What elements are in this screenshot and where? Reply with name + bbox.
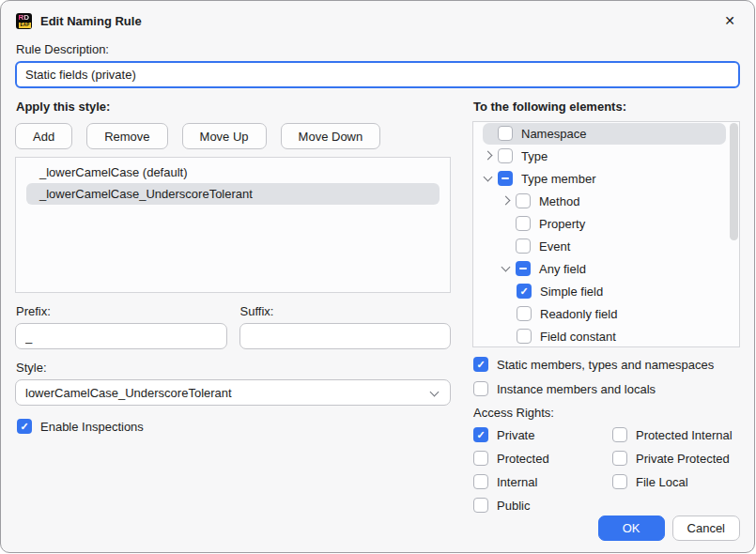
ok-button[interactable]: OK [598,516,665,541]
rule-description-section: Rule Description: [1,42,754,88]
checkbox-unchecked-icon[interactable] [498,126,513,141]
window-title: Edit Naming Rule [40,14,142,28]
prefix-input[interactable] [15,323,227,349]
move-down-button[interactable]: Move Down [281,123,381,149]
chevron-down-icon[interactable] [499,261,514,276]
private-protected-checkbox[interactable]: Private Protected [612,451,740,466]
elements-column: To the following elements: Namespace Typ… [472,88,740,513]
checkbox-unchecked-icon[interactable] [612,474,627,489]
access-rights-grid: Private Protected Internal Protected Pri… [473,427,740,513]
file-local-checkbox[interactable]: File Local [612,474,740,489]
tree-row-property[interactable]: Property [473,212,739,235]
static-members-checkbox[interactable]: Static members, types and namespaces [473,357,740,372]
instance-members-checkbox[interactable]: Instance members and locals [473,381,740,396]
checkbox-indeterminate-icon[interactable] [498,171,513,186]
main-content: Apply this style: Add Remove Move Up Mov… [1,88,754,513]
checkbox-unchecked-icon[interactable] [516,193,531,208]
tree-row-namespace[interactable]: Namespace [473,122,739,145]
checkbox-unchecked-icon[interactable] [473,451,488,466]
tree-node-label: Type [521,149,548,163]
tree-node-label: Property [539,217,585,231]
prefix-field: Prefix: [15,304,227,349]
checkbox-unchecked-icon[interactable] [473,381,488,396]
scope-checkboxes: Static members, types and namespaces Ins… [473,357,740,396]
access-option-label: Private Protected [636,452,730,466]
chevron-placeholder [481,126,496,141]
access-option-label: File Local [636,475,688,489]
checkbox-unchecked-icon[interactable] [516,239,531,254]
checkbox-unchecked-icon[interactable] [517,306,532,321]
chevron-placeholder [499,239,514,254]
protected-internal-checkbox[interactable]: Protected Internal [612,427,740,442]
style-column: Apply this style: Add Remove Move Up Mov… [15,88,451,513]
checkbox-unchecked-icon[interactable] [516,216,531,231]
checkbox-checked-icon[interactable] [517,284,532,299]
remove-button[interactable]: Remove [86,123,167,149]
tree-row-field-constant[interactable]: Field constant [473,325,739,347]
access-option-label: Private [497,428,534,442]
rider-icon-text: RD [19,14,30,22]
suffix-field: Suffix: [239,304,452,349]
tree-row-type-member[interactable]: Type member [473,167,739,190]
tree-node-label: Field constant [540,330,616,344]
chevron-right-icon[interactable] [499,193,514,208]
cancel-button[interactable]: Cancel [672,516,740,541]
prefix-suffix-row: Prefix: Suffix: [15,304,451,349]
access-rights-label: Access Rights: [473,406,740,420]
chevron-down-icon[interactable] [481,171,496,186]
tree-row-type[interactable]: Type [473,145,739,167]
tree-node-label: Simple field [540,285,603,299]
access-option-label: Protected [497,452,549,466]
tree-row-simple-field[interactable]: Simple field [473,280,739,302]
tree-node-label: Readonly field [540,307,617,321]
checkbox-unchecked-icon[interactable] [517,329,532,344]
checkbox-checked-icon[interactable] [473,357,488,372]
add-button[interactable]: Add [15,123,72,149]
tree-node-label: Any field [539,262,586,276]
rider-eap-app-icon: RD EAP [16,13,32,29]
elements-tree-label: To the following elements: [473,100,740,114]
public-checkbox[interactable]: Public [473,498,612,513]
elements-tree: Namespace Type Type member Method [472,121,740,347]
checkbox-checked-icon[interactable] [473,427,488,442]
tree-row-event[interactable]: Event [473,235,739,257]
checkbox-unchecked-icon[interactable] [498,148,513,163]
style-list: _lowerCamelCase (default) _lowerCamelCas… [15,157,451,293]
checkbox-checked-icon[interactable] [17,419,32,434]
internal-checkbox[interactable]: Internal [473,474,612,489]
dialog-footer: OK Cancel [598,516,740,541]
eap-badge: EAP [19,23,31,28]
tree-row-method[interactable]: Method [473,190,739,212]
enable-inspections-label: Enable Inspections [40,420,144,434]
style-list-item[interactable]: _lowerCamelCase (default) [26,162,440,183]
style-select-field: Style: lowerCamelCase_UnderscoreTolerant [15,361,451,406]
protected-checkbox[interactable]: Protected [473,451,612,466]
private-checkbox[interactable]: Private [473,427,612,442]
checkbox-unchecked-icon[interactable] [612,451,627,466]
chevron-down-icon [430,388,440,397]
suffix-input[interactable] [239,323,452,349]
rule-description-label: Rule Description: [16,42,739,56]
prefix-label: Prefix: [16,304,226,318]
checkbox-unchecked-icon[interactable] [612,427,627,442]
suffix-label: Suffix: [240,304,451,318]
rule-description-input[interactable] [15,61,740,88]
checkbox-indeterminate-icon[interactable] [516,261,531,276]
move-up-button[interactable]: Move Up [182,123,267,149]
tree-node-label: Namespace [521,127,586,141]
style-dropdown[interactable]: lowerCamelCase_UnderscoreTolerant [15,379,451,406]
chevron-right-icon[interactable] [481,148,496,163]
access-option-label: Internal [497,475,537,489]
instance-members-label: Instance members and locals [497,382,656,396]
edit-naming-rule-dialog: RD EAP Edit Naming Rule ✕ Rule Descripti… [0,0,755,553]
tree-row-readonly-field[interactable]: Readonly field [473,302,739,325]
tree-row-any-field[interactable]: Any field [473,257,739,280]
static-members-label: Static members, types and namespaces [497,358,714,372]
style-list-item-selected[interactable]: _lowerCamelCase_UnderscoreTolerant [26,183,440,205]
tree-scrollbar[interactable] [730,123,738,240]
checkbox-unchecked-icon[interactable] [473,498,488,513]
checkbox-unchecked-icon[interactable] [473,474,488,489]
tree-node-label: Method [539,194,579,208]
enable-inspections-checkbox[interactable]: Enable Inspections [17,419,451,434]
close-icon[interactable]: ✕ [720,12,739,29]
